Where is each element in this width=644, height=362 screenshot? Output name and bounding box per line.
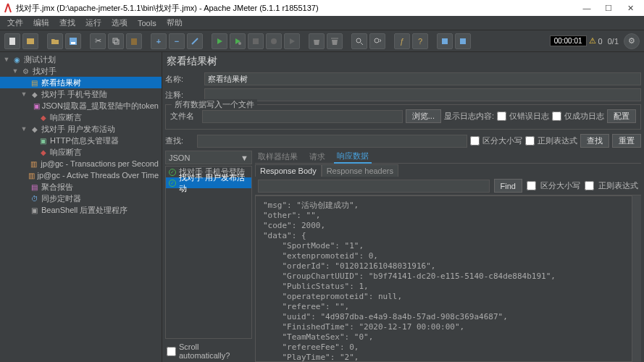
tree-view-results[interactable]: ▤察看结果树 [0, 77, 162, 88]
tree-threadgroup[interactable]: ▼⚙找对手 [0, 65, 162, 77]
clear-icon[interactable] [309, 33, 325, 49]
clear-all-icon[interactable] [327, 33, 343, 49]
menu-file[interactable]: 文件 [3, 16, 28, 30]
tb-icon-a[interactable] [437, 33, 453, 49]
search-tb-icon[interactable] [351, 33, 367, 49]
svg-point-10 [356, 38, 361, 43]
warning-icon[interactable]: ⚠ [589, 36, 596, 46]
start-notimers-icon[interactable] [230, 33, 246, 49]
tab-sampler-result[interactable]: 取样器结果 [255, 151, 301, 163]
collapse-icon[interactable]: − [169, 33, 185, 49]
scrollbar[interactable] [632, 195, 641, 362]
menu-help[interactable]: 帮助 [162, 16, 187, 30]
tab-response-data[interactable]: 响应数据 [334, 151, 372, 164]
sampler-row[interactable]: ✓找对手 用户发布活动 [166, 177, 251, 188]
maximize-button[interactable]: ☐ [598, 1, 619, 14]
log-content-label: 显示日志内容: [444, 111, 494, 122]
menu-tools[interactable]: Tools [133, 17, 161, 29]
svg-rect-5 [114, 40, 119, 44]
renderer-combo[interactable]: JSON ▼ [165, 151, 252, 164]
tree-aggregate[interactable]: ▤聚合报告 [0, 181, 162, 193]
reset-button[interactable]: 重置 [612, 134, 641, 148]
subtab-headers[interactable]: Response headers [322, 164, 398, 177]
remote-start-icon[interactable] [284, 33, 300, 49]
stop-icon[interactable] [248, 33, 264, 49]
test-plan-tree[interactable]: ▼◉测试计划 ▼⚙找对手 ▤察看结果树 ▼◆找对手 手机号登陆 ▣JSON提取器… [0, 52, 162, 362]
configure-button[interactable]: 配置 [607, 109, 636, 123]
filename-input[interactable] [202, 110, 403, 123]
regex-checkbox[interactable] [525, 136, 535, 146]
find-input[interactable] [258, 180, 490, 193]
expand-icon[interactable]: + [151, 33, 167, 49]
tb-icon-b[interactable] [455, 33, 471, 49]
paste-icon[interactable] [126, 33, 142, 49]
menu-run[interactable]: 运行 [81, 16, 106, 30]
gear-icon[interactable]: ⚙ [624, 33, 640, 49]
thread-count: 0/1 [608, 37, 619, 46]
name-label: 名称: [165, 74, 201, 85]
shutdown-icon[interactable] [266, 33, 282, 49]
response-body[interactable]: "msg": "活动创建成功", "other": "", "code": 20… [255, 195, 632, 362]
start-icon[interactable] [212, 33, 227, 49]
copy-icon[interactable] [108, 33, 124, 49]
success-only-checkbox[interactable] [552, 111, 561, 121]
tree-sampler-publish[interactable]: ▼◆找对手 用户发布活动 [0, 123, 162, 135]
browse-button[interactable]: 浏览... [406, 109, 441, 123]
tree-active-threads[interactable]: ▥jp@gc - Active Threads Over Time [0, 169, 162, 181]
find-button[interactable]: Find [494, 179, 522, 193]
file-legend: 所有数据写入一个文件 [172, 99, 257, 110]
search-input[interactable] [197, 135, 467, 148]
filename-label: 文件名 [170, 111, 199, 122]
samplers-list[interactable]: ✓找对手 手机号登陆 ✓找对手 用户发布活动 [165, 166, 252, 339]
tree-sync-timer[interactable]: ⏱同步定时器 [0, 193, 162, 204]
cut-icon[interactable]: ✂ [90, 33, 106, 49]
search-button[interactable]: 查找 [580, 134, 609, 148]
name-input[interactable] [204, 72, 641, 85]
find-regex-label: 正则表达式 [598, 180, 638, 191]
find-regex-checkbox[interactable] [585, 181, 594, 190]
search-label: 查找: [165, 135, 194, 146]
regex-label: 正则表达式 [538, 135, 577, 146]
ok-icon: ✓ [169, 180, 176, 187]
new-icon[interactable] [4, 33, 20, 49]
tree-testplan[interactable]: ▼◉测试计划 [0, 54, 162, 65]
tree-tps[interactable]: ▥jp@gc - Transactions per Second [0, 158, 162, 169]
svg-rect-13 [460, 38, 466, 44]
app-logo [3, 3, 13, 13]
menu-options[interactable]: 选项 [107, 16, 132, 30]
minimize-button[interactable]: — [576, 1, 598, 14]
menu-search[interactable]: 查找 [55, 16, 80, 30]
tree-assert-2[interactable]: ◆响应断言 [0, 146, 162, 158]
toggle-icon[interactable] [187, 33, 203, 49]
menu-edit[interactable]: 编辑 [29, 16, 54, 30]
templates-icon[interactable] [22, 33, 38, 49]
find-case-checkbox[interactable] [527, 181, 536, 190]
chevron-down-icon: ▼ [241, 153, 248, 162]
case-label: 区分大小写 [482, 135, 522, 146]
svg-rect-8 [253, 38, 259, 44]
errors-only-checkbox[interactable] [497, 111, 506, 121]
success-only-label: 仅成功日志 [564, 111, 604, 122]
subtab-body[interactable]: Response Body [255, 164, 322, 177]
tree-beanshell[interactable]: ▣BeanShell 后置处理程序 [0, 204, 162, 216]
tree-sampler-login[interactable]: ▼◆找对手 手机号登陆 [0, 88, 162, 100]
svg-rect-4 [113, 38, 117, 43]
tree-json-extractor[interactable]: ▣JSON提取器_提取登陆中的token [0, 100, 162, 111]
svg-point-9 [271, 38, 277, 44]
open-icon[interactable] [47, 33, 63, 49]
tree-assert-1[interactable]: ◆响应断言 [0, 111, 162, 123]
help-tb-icon[interactable]: ? [412, 33, 428, 49]
tree-header-mgr[interactable]: ▣HTTP信息头管理器 [0, 135, 162, 146]
case-checkbox[interactable] [470, 136, 480, 146]
comment-input[interactable] [204, 88, 641, 101]
file-fieldset: 所有数据写入一个文件 文件名 浏览... 显示日志内容: 仅错误日志 仅成功日志… [165, 104, 641, 130]
scroll-auto-checkbox[interactable] [167, 347, 176, 356]
function-icon[interactable]: ƒ [394, 33, 410, 49]
toolbar: ✂ + − ƒ ? 00:00:01 ⚠ 0 0/1 ⚙ [0, 30, 644, 52]
tab-request[interactable]: 请求 [306, 151, 328, 163]
close-button[interactable]: ✕ [619, 1, 641, 14]
reset-search-icon[interactable] [369, 33, 385, 49]
panel-title: 察看结果树 [165, 52, 641, 71]
svg-rect-0 [9, 38, 15, 45]
save-icon[interactable] [65, 33, 81, 49]
